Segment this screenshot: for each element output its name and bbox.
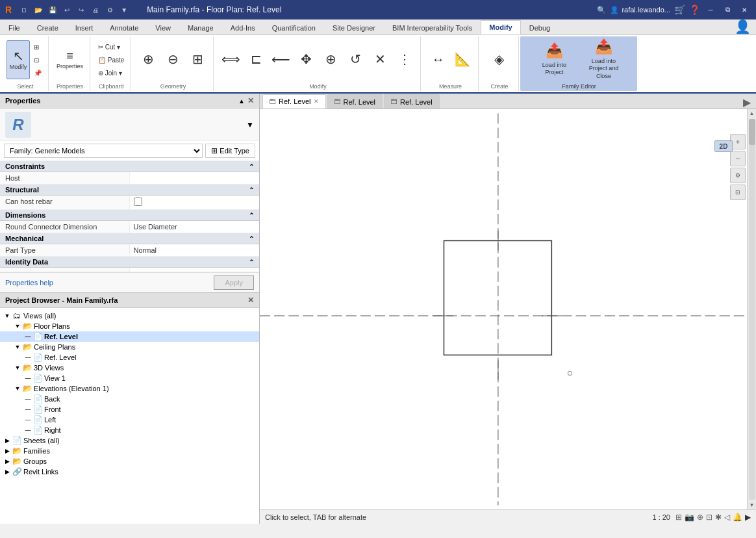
status-icon-2[interactable]: 📷 [685,513,694,522]
load-into-project-close-btn[interactable]: 📤 Load intoProject and Close [581,39,625,79]
tree-item-groups[interactable]: ▶📂Groups [0,456,259,467]
tree-item-views_all[interactable]: ▼🗂Views (all) [0,311,259,321]
minimize-btn[interactable]: ─ [704,3,717,16]
section-identity-data[interactable]: Identity Data ⌃ [0,257,259,268]
scale-display[interactable]: 1 : 20 [649,513,673,521]
cart-icon[interactable]: 🛒 [674,5,685,15]
properties-scroll-up[interactable]: ▲ [238,97,245,105]
tab-debug[interactable]: Debug [521,20,559,34]
tree-item-sheets_all[interactable]: ▶📄Sheets (all) [0,435,259,446]
expander-views_all[interactable]: ▼ [3,311,12,320]
family-dropdown[interactable]: Family: Generic Models [4,144,203,158]
section-mechanical[interactable]: Mechanical ⌃ [0,233,259,244]
view-props-btn[interactable]: ⚙ [730,168,746,183]
qa-print[interactable]: 🖨 [90,4,101,16]
rotate-btn[interactable]: ↺ [344,40,367,79]
tree-item-ceiling_ref_level[interactable]: —📄Ref. Level [0,352,259,363]
view-tab-1[interactable]: 🗔 Ref. Level ✕ [262,94,326,109]
join-btn[interactable]: ⊕ Join ▾ [95,67,125,79]
qa-settings[interactable]: ⚙ [104,4,116,16]
select-links-btn[interactable]: ⊞ [31,41,44,53]
mirror-btn[interactable]: ⟵ [269,40,293,79]
scroll-up-btn[interactable]: ▲ [748,109,756,118]
apply-button[interactable]: Apply [214,275,254,290]
expander-revit_links[interactable]: ▶ [3,467,12,476]
tab-1-close[interactable]: ✕ [314,98,319,105]
expander-ceiling_plans[interactable]: ▼ [13,342,22,352]
properties-help-link[interactable]: Properties help [5,279,53,287]
expander-right[interactable]: — [23,426,32,435]
properties-close[interactable]: ✕ [247,96,254,105]
tab-modify[interactable]: Modify [481,20,520,34]
geometry-btn1[interactable]: ⊕ [136,40,160,79]
properties-btn[interactable]: ≡ Properties [54,40,86,79]
expander-left[interactable]: — [23,415,32,424]
status-icon-6[interactable]: ◁ [724,513,730,522]
qa-save[interactable]: 💾 [47,4,58,16]
paste-btn[interactable]: 📋 Paste [95,54,127,66]
tab-insert[interactable]: Insert [67,20,102,34]
qa-undo[interactable]: ↩ [61,4,73,16]
copy-btn[interactable]: ⊕ [319,40,342,79]
tree-item-right[interactable]: —📄Right [0,425,259,435]
section-dimensions[interactable]: Dimensions ⌃ [0,210,259,221]
restore-btn[interactable]: ⧉ [721,3,734,16]
close-btn[interactable]: ✕ [738,3,751,16]
scroll-track-v[interactable] [749,119,755,500]
status-icon-1[interactable]: ⊞ [675,513,682,522]
status-icon-7[interactable]: 🔔 [733,513,742,522]
scroll-thumb-v[interactable] [749,119,755,145]
tree-item-back[interactable]: —📄Back [0,394,259,404]
offset-btn[interactable]: ⊏ [244,40,268,79]
help-icon[interactable]: ❓ [689,5,700,15]
status-icon-5[interactable]: ✱ [715,513,722,522]
expander-back[interactable]: — [23,394,32,404]
scroll-down-btn[interactable]: ▼ [748,501,756,509]
geometry-btn3[interactable]: ⊞ [186,40,209,79]
tab-addins[interactable]: Add-Ins [222,20,264,34]
tab-biminterop[interactable]: BIM Interoperability Tools [384,20,481,34]
qa-dropdown[interactable]: ▼ [118,4,130,16]
expander-families[interactable]: ▶ [3,446,12,455]
zoom-out-btn[interactable]: − [730,151,746,166]
tree-item-families[interactable]: ▶📂Families [0,446,259,456]
expander-ref_level[interactable]: — [23,332,32,341]
trim-btn[interactable]: ✕ [368,40,392,79]
part-type-value[interactable]: Normal [130,244,260,256]
status-icon-3[interactable]: ⊕ [697,513,703,522]
tree-item-ref_level[interactable]: —📄Ref. Level [0,331,259,342]
host-value[interactable] [130,172,260,184]
status-icon-4[interactable]: ⊡ [706,513,712,522]
array-btn[interactable]: ⋮ [393,40,416,79]
select-pinned-btn[interactable]: 📌 [31,67,44,79]
view-tabs-scroll[interactable]: ▶ [740,96,753,109]
expander-ceiling_ref_level[interactable]: — [23,353,32,362]
measure-btn2[interactable]: 📐 [451,40,474,79]
expander-sheets_all[interactable]: ▶ [3,436,12,445]
search-btn[interactable]: 🔍 [597,6,606,14]
tree-item-elevations[interactable]: ▼📂Elevations (Elevation 1) [0,383,259,394]
expander-groups[interactable]: ▶ [3,457,12,466]
view-tab-3[interactable]: 🗔 Ref. Level [384,94,440,109]
measure-btn1[interactable]: ↔ [426,40,449,79]
tree-item-3d_views[interactable]: ▼📂3D Views [0,363,259,373]
tab-manage[interactable]: Manage [179,20,222,34]
tree-item-front[interactable]: —📄Front [0,404,259,415]
expander-3d_views[interactable]: ▼ [13,363,22,372]
tab-sitedesigner[interactable]: Site Designer [324,20,384,34]
qa-open[interactable]: 📂 [32,4,44,16]
tree-item-left[interactable]: —📄Left [0,415,259,425]
logo-scroll[interactable]: ▼ [246,120,254,129]
create-btn[interactable]: ◈ [488,40,511,79]
project-browser-close[interactable]: ✕ [247,296,254,305]
can-host-rebar-value[interactable] [130,196,260,209]
fit-view-btn[interactable]: ⊡ [730,185,746,200]
edit-type-button[interactable]: ⊞ Edit Type [205,144,255,158]
section-structural[interactable]: Structural ⌃ [0,185,259,196]
tree-item-ceiling_plans[interactable]: ▼📂Ceiling Plans [0,342,259,352]
expander-floor_plans[interactable]: ▼ [13,322,22,331]
align-btn[interactable]: ⟺ [219,40,243,79]
tab-annotate[interactable]: Annotate [101,20,147,34]
cut-btn[interactable]: ✂ Cut ▾ [95,41,123,53]
qa-redo[interactable]: ↪ [75,4,87,16]
